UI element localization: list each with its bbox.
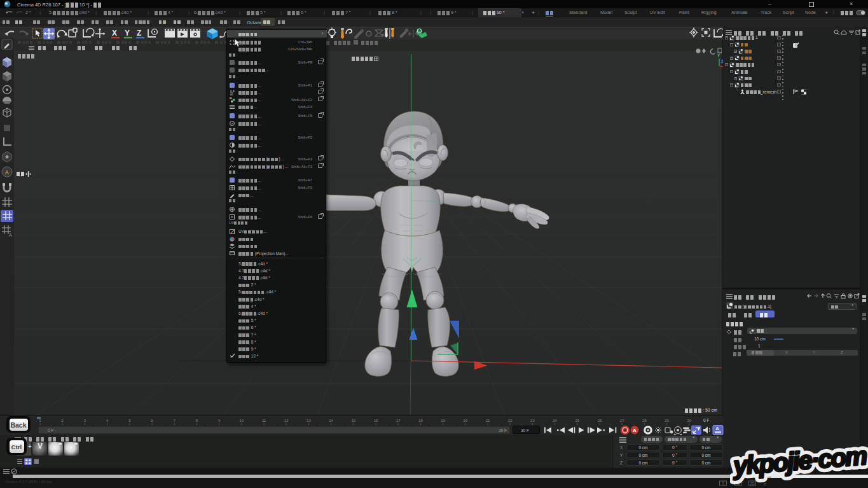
svg-text:X: X xyxy=(112,29,117,38)
svg-text:23: 23 xyxy=(530,419,535,422)
svg-text:18: 18 xyxy=(418,419,423,422)
svg-text:29: 29 xyxy=(665,419,669,422)
svg-text:ykpojie·com: ykpojie·com xyxy=(731,442,868,480)
svg-text:14: 14 xyxy=(329,419,333,422)
svg-text:4: 4 xyxy=(106,419,109,422)
svg-text:3: 3 xyxy=(84,419,86,422)
svg-text:A: A xyxy=(9,233,12,237)
svg-text:6: 6 xyxy=(151,419,153,422)
svg-text:17: 17 xyxy=(396,419,401,422)
svg-text:9: 9 xyxy=(218,419,221,422)
svg-text:20: 20 xyxy=(463,419,467,422)
svg-text:22: 22 xyxy=(508,419,513,422)
svg-text:16: 16 xyxy=(374,419,378,422)
svg-text:21: 21 xyxy=(486,419,490,422)
svg-text:Y: Y xyxy=(125,29,130,38)
svg-text:27: 27 xyxy=(620,419,624,422)
svg-text:13: 13 xyxy=(307,419,311,422)
svg-text:A: A xyxy=(716,426,719,431)
svg-text:25: 25 xyxy=(575,419,579,422)
svg-text:30: 30 xyxy=(687,419,691,422)
svg-text:26: 26 xyxy=(598,419,602,422)
svg-text:5: 5 xyxy=(128,419,131,422)
svg-text:28: 28 xyxy=(642,419,647,422)
svg-text:12: 12 xyxy=(284,419,289,422)
svg-text:8: 8 xyxy=(196,419,198,422)
svg-text:7: 7 xyxy=(174,419,176,422)
svg-text:19: 19 xyxy=(441,419,445,422)
svg-text:Z: Z xyxy=(137,29,141,38)
svg-text:15: 15 xyxy=(351,419,355,422)
svg-text:A: A xyxy=(633,428,637,433)
svg-text:24: 24 xyxy=(553,419,557,422)
svg-text:2: 2 xyxy=(62,419,64,422)
svg-text:A: A xyxy=(5,169,10,176)
svg-text:11: 11 xyxy=(262,419,266,422)
svg-text:10: 10 xyxy=(239,419,244,422)
svg-text:Y: Y xyxy=(717,53,720,58)
